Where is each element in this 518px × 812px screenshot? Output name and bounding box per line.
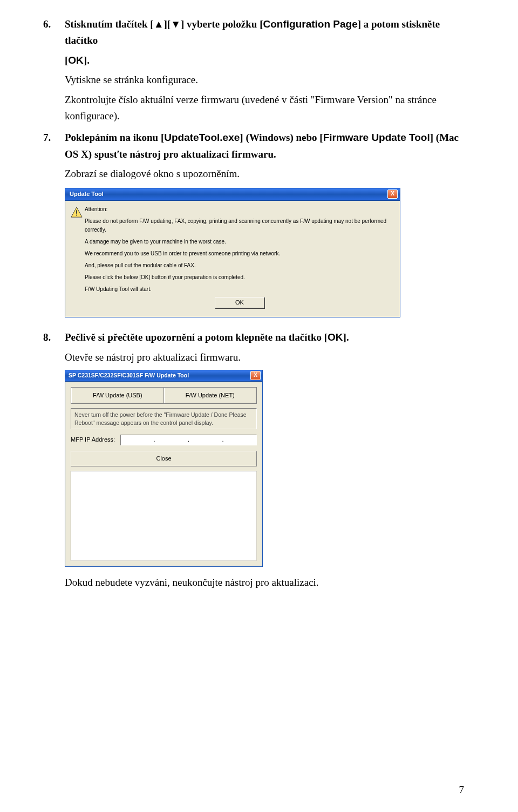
configuration-page-label: Configuration Page [263, 18, 357, 30]
dlg1-line: And, please pull out the modular cable o… [85, 261, 394, 270]
ok-label: OK [328, 331, 343, 343]
step8-line2: Otevře se nástroj pro aktualizaci firmwa… [65, 349, 464, 366]
step8-line3: Dokud nebudete vyzváni, neukončujte nást… [65, 574, 464, 591]
step7-line1: Poklepáním na ikonu [UpdateTool.exe] (Wi… [65, 130, 464, 163]
svg-rect-1 [76, 210, 77, 213]
dialog-body: F/W Update (USB) F/W Update (NET) Never … [65, 382, 262, 567]
step6-line1: Stisknutím tlačítek [▲][▼] vyberte polož… [65, 16, 464, 49]
ip-label: MFP IP Address: [71, 435, 115, 445]
step-body: Stisknutím tlačítek [▲][▼] vyberte polož… [65, 16, 464, 127]
dlg1-line: We recommend you to use USB in order to … [85, 249, 394, 258]
t: ]. [343, 331, 349, 343]
log-textarea[interactable] [71, 471, 257, 561]
step7-line2: Zobrazí se dialogové okno s upozorněním. [65, 166, 464, 182]
step-body: Pečlivě si přečtěte upozornění a potom k… [65, 329, 464, 594]
svg-rect-2 [76, 214, 77, 215]
dialog-title: Update Tool [70, 190, 104, 199]
ip-address-input[interactable]: . . . [120, 435, 257, 445]
step-number: 8. [43, 329, 65, 594]
attention-label: Attention: [85, 205, 394, 214]
updatetool-exe-label: UpdateTool.exe [164, 132, 240, 143]
t: Pečlivě si přečtěte upozornění a potom k… [65, 331, 328, 343]
step8-line1: Pečlivě si přečtěte upozornění a potom k… [65, 329, 464, 346]
document-page: 6. Stisknutím tlačítek [▲][▼] vyberte po… [0, 0, 518, 812]
dlg1-line: F/W Updating Tool will start. [85, 285, 394, 294]
step6-line3: Vytiskne se stránka konfigurace. [65, 72, 464, 88]
dlg1-line: A damage may be given to your machine in… [85, 238, 394, 246]
close-icon[interactable]: X [250, 371, 261, 380]
firmware-update-tool-label: Firmware Update Tool [323, 132, 430, 143]
step6-line2: [OK]. [65, 52, 464, 69]
up-icon: ▲ [154, 18, 164, 30]
t: Poklepáním na ikonu [ [65, 132, 164, 143]
ok-button[interactable]: OK [215, 297, 264, 309]
dlg1-line: Please click the below [OK] button if yo… [85, 273, 394, 282]
fw-update-usb-button[interactable]: F/W Update (USB) [71, 388, 164, 404]
fw-update-net-button[interactable]: F/W Update (NET) [164, 388, 257, 404]
dlg1-line: Please do not perform F/W updating, FAX,… [85, 217, 394, 234]
update-buttons-row: F/W Update (USB) F/W Update (NET) [71, 387, 257, 404]
fw-update-tool-window: SP C231SF/C232SF/C301SF F/W Update Tool … [65, 370, 263, 567]
page-number: 7 [459, 784, 465, 796]
dialog-titlebar: Update Tool X [65, 188, 400, 201]
dialog-titlebar: SP C231SF/C232SF/C301SF F/W Update Tool … [65, 370, 262, 382]
t: ] vyberte položku [ [181, 18, 263, 30]
step-number: 7. [43, 130, 65, 327]
step-6: 6. Stisknutím tlačítek [▲][▼] vyberte po… [43, 16, 464, 127]
step-7: 7. Poklepáním na ikonu [UpdateTool.exe] … [43, 130, 464, 327]
step-8: 8. Pečlivě si přečtěte upozornění a poto… [43, 329, 464, 594]
down-icon: ▼ [171, 18, 181, 30]
dialog-body: Attention: Please do not perform F/W upd… [65, 201, 400, 317]
warning-message: Never turn off the power before the "Fir… [71, 408, 257, 429]
close-button[interactable]: Close [71, 451, 257, 467]
close-icon[interactable]: X [387, 190, 398, 199]
warning-icon [71, 205, 85, 312]
ip-row: MFP IP Address: . . . [71, 435, 257, 445]
ok-label: OK [68, 55, 84, 66]
ok-row: OK [85, 297, 394, 309]
t: ][ [164, 18, 171, 30]
update-tool-dialog: Update Tool X Attention: Please do not p… [65, 188, 400, 318]
ip-dot: . [188, 435, 189, 445]
ip-dot: . [154, 435, 155, 445]
dialog-text: Attention: Please do not perform F/W upd… [85, 205, 394, 312]
t: Stisknutím tlačítek [ [65, 18, 154, 30]
dialog-title: SP C231SF/C232SF/C301SF F/W Update Tool [69, 371, 189, 380]
step6-line4: Zkontrolujte číslo aktuální verze firmwa… [65, 92, 464, 125]
step-number: 6. [43, 16, 65, 127]
step-body: Poklepáním na ikonu [UpdateTool.exe] (Wi… [65, 130, 464, 327]
t: ]. [84, 55, 90, 66]
ip-dot: . [222, 435, 223, 445]
t: ] (Windows) nebo [ [240, 132, 323, 143]
